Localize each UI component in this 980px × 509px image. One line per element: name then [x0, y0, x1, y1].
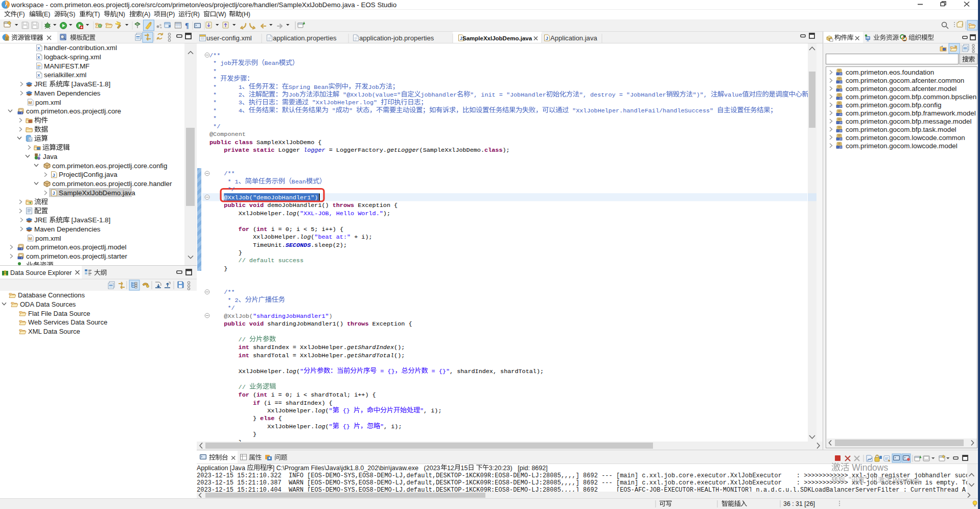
svg-text:": " [329, 107, 336, 114]
svg-text:* 2: * 2 [209, 297, 239, 304]
svg-text:": " [349, 107, 356, 114]
svg-text:Job: Job [368, 84, 379, 91]
svg-text:J: J [546, 36, 548, 41]
svg-text:Bean: Bean [292, 178, 306, 186]
svg-text:throws: throws [347, 320, 372, 328]
svg-text:= {}": = {}" [428, 368, 450, 375]
svg-text:class: class [484, 147, 502, 154]
svg-text:public class: public class [209, 139, 256, 146]
svg-text:shardIndex = XxlJobHelper.: shardIndex = XxlJobHelper. [253, 344, 347, 351]
svg-text:Exception {: Exception { [372, 320, 412, 328]
svg-text:XxlJobHelper.: XxlJobHelper. [209, 210, 286, 217]
svg-text:XML Data Source: XML Data Source [28, 328, 80, 335]
svg-text:12: 12 [447, 465, 454, 472]
svg-text:*/: */ [209, 305, 235, 312]
svg-text:ODA Data Sources: ODA Data Sources [20, 300, 76, 308]
svg-text:"beat at:": "beat at:" [314, 234, 351, 241]
svg-text:(N): (N) [116, 11, 125, 18]
svg-text:= LoggerFactory.: = LoggerFactory. [325, 147, 387, 154]
svg-text:public void: public void [224, 320, 267, 328]
svg-text:logger: logger [304, 147, 325, 154]
svg-text:{}: {} [339, 407, 354, 414]
svg-text:, i);: , i); [384, 423, 402, 430]
svg-text:"XxlJobHelper.handleFail/handl: "XxlJobHelper.handleFail/handleSuccess" [569, 107, 717, 114]
svg-text:Maven Dependencies: Maven Dependencies [34, 89, 101, 97]
svg-text:*: * [209, 76, 220, 83]
svg-text:] C:\Program Files\Java\jdk1.8: ] C:\Program Files\Java\jdk1.8.0_202\bin… [273, 465, 440, 472]
svg-text:Database Connections: Database Connections [18, 291, 85, 299]
svg-text:*: * [209, 68, 217, 75]
svg-text:log: log [286, 368, 296, 375]
svg-text:": " [300, 368, 304, 375]
svg-text:/**: /** [224, 289, 235, 296]
svg-text:Exception {: Exception { [358, 202, 398, 209]
svg-text:getShardIndex: getShardIndex [347, 344, 394, 351]
svg-text:* 1: * 1 [209, 84, 242, 91]
svg-text:com.primeton.gocom.bfp.common.: com.primeton.gocom.bfp.common.bpsclien [846, 93, 976, 101]
svg-text:(H): (H) [242, 11, 250, 18]
svg-text:com.primeton.eos.projectlj.cor: com.primeton.eos.projectlj.core.config [52, 162, 168, 170]
svg-text:com.primeton.gocom.bfp.message: com.primeton.gocom.bfp.message.model [846, 118, 971, 125]
svg-text:JRE: JRE [34, 80, 49, 88]
svg-text:pom.xml: pom.xml [35, 99, 61, 106]
svg-text:for: for [239, 226, 253, 233]
svg-text:int: int [239, 352, 253, 359]
svg-text:J: J [53, 191, 55, 196]
svg-text:* 4: * 4 [209, 107, 242, 114]
svg-text:": " [380, 423, 384, 430]
svg-text:}: } [209, 415, 260, 422]
svg-text:+ i);: + i); [351, 234, 372, 241]
svg-text:logback-spring.xml: logback-spring.xml [44, 53, 101, 61]
svg-text:(R): (R) [191, 11, 200, 18]
svg-text:(W): (W) [216, 11, 226, 18]
svg-text:MANIFEST.MF: MANIFEST.MF [44, 62, 89, 70]
svg-text:com.primeton.gocom.afcenter.co: com.primeton.gocom.afcenter.common [846, 77, 964, 84]
svg-text://: // [239, 384, 249, 391]
svg-text:int: int [256, 226, 271, 233]
svg-text:* 1: * 1 [209, 178, 239, 186]
svg-text:", init = "JobHandler: ", init = "JobHandler [470, 91, 546, 99]
svg-text:Flat File Data Source: Flat File Data Source [28, 310, 90, 317]
svg-text:XxlJobHelper.: XxlJobHelper. [209, 368, 286, 375]
svg-text:"shardingJobHandler1": "shardingJobHandler1" [253, 313, 329, 320]
svg-text:{}: {} [339, 423, 354, 430]
svg-text:private static: private static [224, 147, 278, 154]
svg-text:* 3: * 3 [209, 99, 242, 106]
svg-text:XxlJobHelper.: XxlJobHelper. [209, 407, 314, 414]
svg-text:public void: public void [224, 202, 267, 209]
svg-text:}: } [209, 249, 242, 257]
svg-text:value: value [724, 91, 742, 99]
svg-text:if: if [253, 400, 264, 407]
svg-text:15: 15 [461, 465, 468, 472]
svg-text:Spring Bean: Spring Bean [289, 84, 329, 91]
svg-text:SampleXxlJobDemo.java: SampleXxlJobDemo.java [462, 35, 532, 41]
svg-text:shardTotal = XxlJobHelper.: shardTotal = XxlJobHelper. [253, 352, 347, 359]
svg-text:": " [329, 423, 333, 430]
svg-text:();: (); [394, 344, 405, 351]
svg-text:(T): (T) [92, 11, 100, 18]
svg-text:pom.xml: pom.xml [35, 235, 61, 242]
svg-text:X: X [37, 55, 40, 60]
svg-text:, shardIndex, shardTotal);: , shardIndex, shardTotal); [450, 368, 544, 375]
svg-text:* 2: * 2 [209, 91, 242, 99]
svg-text:Web Services Data Source: Web Services Data Source [28, 318, 107, 326]
svg-text:"XXL-JOB, Hello World.": "XXL-JOB, Hello World." [300, 210, 383, 217]
svg-text:Application [Java: Application [Java [197, 465, 247, 472]
svg-text:X: X [37, 46, 40, 51]
svg-text:XxlJobHelper.: XxlJobHelper. [209, 423, 314, 430]
svg-text:();: (); [394, 352, 405, 359]
svg-text:throws: throws [333, 202, 358, 209]
svg-text:* job: * job [209, 60, 231, 67]
svg-text:Logger: Logger [278, 147, 304, 154]
svg-text:(P): (P) [167, 11, 175, 18]
svg-text:serialkiller.xml: serialkiller.xml [44, 71, 86, 79]
svg-text:Data Source Explorer: Data Source Explorer [10, 269, 72, 276]
svg-text:@Component: @Component [209, 131, 246, 138]
svg-text:": " [420, 407, 424, 414]
svg-text:SECONDS: SECONDS [286, 242, 311, 249]
svg-text:Application.java: Application.java [550, 34, 597, 42]
svg-text:else: else [260, 415, 278, 422]
svg-text:(S): (S) [67, 11, 76, 18]
svg-text:P: P [137, 22, 139, 26]
svg-text:SampleXxlJobDemo.java: SampleXxlJobDemo.java [59, 189, 135, 197]
